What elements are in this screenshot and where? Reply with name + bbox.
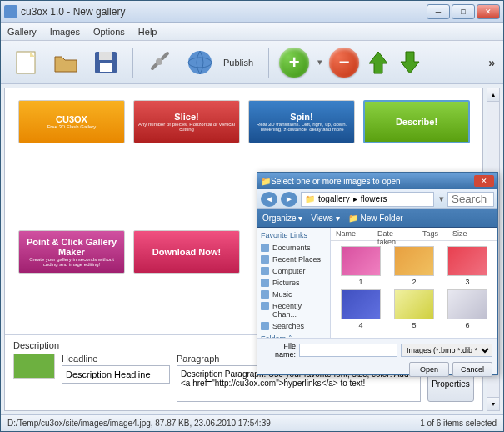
file-thumb[interactable]: 3	[442, 246, 492, 286]
status-selection: 1 of 6 items selected	[420, 419, 497, 428]
file-thumb[interactable]: 6	[442, 289, 492, 329]
folder-icon: 📁	[261, 177, 271, 186]
gallery-thumb[interactable]: CU3OXFree 3D Flash Gallery	[18, 100, 125, 143]
dialog-toolbar: Organize ▾ Views ▾ 📁 New Folder	[257, 209, 497, 228]
file-list-headers[interactable]: Name Date taken Tags Size	[331, 228, 497, 241]
statusbar: D:/Temp/cu3ox/site/images/image4.jpg, 87…	[1, 414, 503, 431]
sidebar-item[interactable]: Documents	[261, 242, 327, 254]
window-title: cu3ox 1.0 - New gallery	[21, 6, 427, 18]
header-date[interactable]: Date taken	[372, 228, 417, 240]
publish-label: Publish	[223, 58, 253, 68]
app-icon	[4, 5, 17, 18]
dialog-search-input[interactable]	[447, 192, 494, 207]
dialog-nav: ◄ ► 📁 togallery ▸ flowers ▾	[257, 189, 497, 209]
gallery-thumb[interactable]: Point & Click Gallery MakerCreate your g…	[18, 230, 125, 274]
file-type-select[interactable]: Images (*.bmp *.dib *.rle *.jpg	[401, 344, 492, 357]
sidebar-item[interactable]: Music	[261, 289, 327, 300]
svg-point-5	[188, 51, 212, 74]
views-button[interactable]: Views ▾	[311, 213, 339, 223]
gallery-thumb[interactable]: Spin!Real 3D transitions. Left, right, u…	[248, 100, 355, 143]
headline-input[interactable]	[62, 365, 170, 384]
globe-icon[interactable]	[183, 46, 217, 79]
headline-label: Headline	[62, 354, 170, 364]
move-up-button[interactable]	[366, 48, 391, 78]
header-tags[interactable]: Tags	[417, 228, 447, 240]
svg-rect-2	[99, 52, 112, 60]
menu-options[interactable]: Options	[93, 27, 125, 37]
address-bar[interactable]: 📁 togallery ▸ flowers	[301, 192, 434, 207]
gallery-thumb[interactable]: Slice!Any number of pieces, Horizontal o…	[133, 100, 240, 143]
toolbar-overflow-icon[interactable]: »	[488, 56, 495, 69]
gallery-thumb[interactable]: Download Now!	[133, 230, 240, 274]
file-list: Name Date taken Tags Size 123456	[331, 228, 497, 338]
add-dropdown-icon[interactable]: ▾	[317, 57, 322, 68]
menubar: Gallery Images Options Help	[1, 23, 503, 41]
path-part[interactable]: flowers	[361, 194, 387, 203]
new-folder-button[interactable]: 📁 New Folder	[348, 213, 403, 223]
menu-gallery[interactable]: Gallery	[7, 27, 37, 37]
svg-rect-3	[100, 63, 112, 72]
status-path: D:/Temp/cu3ox/site/images/image4.jpg, 87…	[7, 419, 271, 428]
dialog-footer: File name: Images (*.bmp *.dib *.rle *.j…	[257, 338, 497, 374]
menu-help[interactable]: Help	[138, 27, 157, 37]
header-name[interactable]: Name	[331, 228, 372, 240]
gallery-thumb[interactable]: Describe!	[363, 100, 470, 143]
nav-back-button[interactable]: ◄	[261, 192, 277, 207]
sidebar-item[interactable]: Searches	[261, 320, 327, 332]
cancel-button[interactable]: Cancel	[452, 362, 492, 377]
new-icon[interactable]	[9, 46, 42, 79]
chevron-right-icon: ▸	[353, 194, 357, 203]
file-thumb[interactable]: 5	[389, 289, 439, 329]
sidebar-item[interactable]: Computer	[261, 265, 327, 277]
scroll-up-icon[interactable]: ▴	[487, 88, 499, 102]
path-dropdown-icon[interactable]: ▾	[439, 193, 444, 204]
save-icon[interactable]	[89, 46, 122, 79]
file-open-dialog: 📁 Select one or more images to open ✕ ◄ …	[257, 172, 498, 375]
sidebar-item[interactable]: Recently Chan...	[261, 300, 327, 320]
file-thumb[interactable]: 1	[336, 246, 386, 286]
sidebar-section-title: Favorite Links	[261, 231, 327, 239]
folder-icon: 📁	[305, 194, 315, 203]
file-thumb[interactable]: 2	[389, 246, 439, 286]
organize-button[interactable]: Organize ▾	[262, 213, 302, 223]
scroll-down-icon[interactable]: ▾	[487, 397, 499, 410]
file-thumb[interactable]: 4	[336, 289, 386, 329]
nav-forward-button[interactable]: ►	[281, 192, 297, 207]
dialog-close-button[interactable]: ✕	[474, 175, 494, 187]
path-part[interactable]: togallery	[318, 194, 350, 203]
description-preview	[13, 354, 55, 379]
header-size[interactable]: Size	[447, 228, 497, 240]
minimize-button[interactable]: ─	[427, 4, 450, 19]
settings-icon[interactable]	[143, 46, 177, 79]
open-button[interactable]: Open	[409, 362, 449, 377]
titlebar[interactable]: cu3ox 1.0 - New gallery ─ □ ✕	[1, 1, 503, 23]
sidebar-item[interactable]: Recent Places	[261, 254, 327, 265]
sidebar-item[interactable]: Pictures	[261, 277, 327, 289]
add-button[interactable]: +	[279, 48, 309, 78]
close-button[interactable]: ✕	[477, 4, 500, 19]
dialog-sidebar: Favorite Links DocumentsRecent PlacesCom…	[257, 228, 331, 338]
move-down-button[interactable]	[397, 48, 422, 78]
menu-images[interactable]: Images	[50, 27, 80, 37]
maximize-button[interactable]: □	[452, 4, 475, 19]
filename-input[interactable]	[299, 344, 397, 357]
open-icon[interactable]	[49, 46, 82, 79]
dialog-title: Select one or more images to open	[271, 177, 474, 186]
svg-point-4	[156, 58, 162, 65]
filename-label: File name:	[262, 342, 296, 359]
remove-button[interactable]: −	[329, 48, 359, 78]
dialog-titlebar[interactable]: 📁 Select one or more images to open ✕	[257, 173, 497, 189]
toolbar: Publish + ▾ − »	[1, 41, 503, 84]
